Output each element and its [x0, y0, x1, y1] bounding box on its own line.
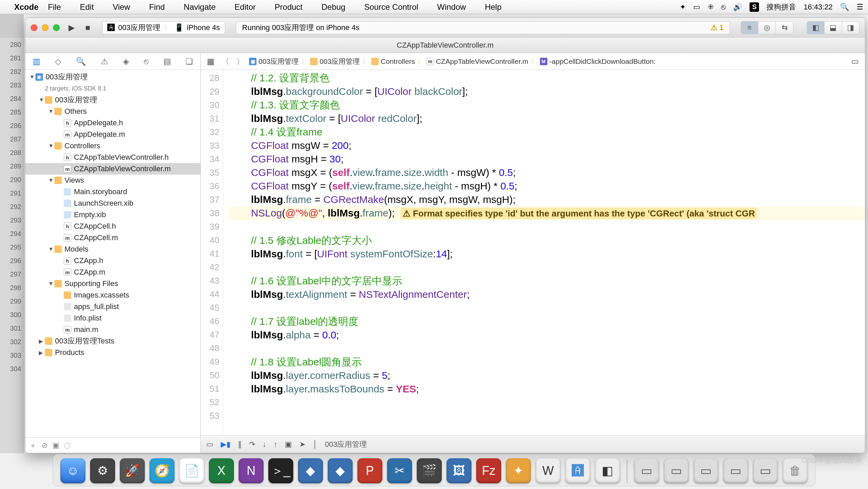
step-over-button[interactable]: ↷	[249, 440, 255, 449]
tree-row[interactable]: ▼Supporting Files	[25, 278, 200, 289]
tree-row[interactable]: Main.storyboard	[25, 186, 200, 198]
tree-row[interactable]: mCZApp.m	[25, 266, 200, 278]
window-zoom-button[interactable]	[53, 24, 60, 31]
back-button[interactable]: 〈	[219, 56, 232, 67]
project-nav-tab[interactable]: ▥	[30, 55, 43, 68]
app-icon[interactable]: ✂	[387, 458, 412, 483]
app-icon[interactable]: ◆	[328, 458, 353, 483]
safari-icon[interactable]: 🧭	[150, 458, 174, 483]
tree-row[interactable]: mmain.m	[25, 324, 200, 335]
issue-nav-tab[interactable]: ⚠	[98, 55, 111, 68]
find-nav-tab[interactable]: 🔍	[73, 55, 89, 68]
code-content[interactable]: // 1.2. 设置背景色 lblMsg.backgroundColor = […	[223, 70, 865, 423]
version-editor-button[interactable]: ⇆	[776, 21, 793, 34]
menu-item[interactable]: Product	[275, 2, 303, 12]
tree-row[interactable]: Images.xcassets	[25, 289, 200, 301]
filezilla-icon[interactable]: Fz	[476, 458, 501, 483]
step-into-button[interactable]: ↓	[263, 440, 266, 449]
menu-extra-icon[interactable]: ⎋	[721, 3, 726, 11]
tree-row[interactable]: ▼Others	[25, 106, 200, 117]
tree-row[interactable]: ▼Models	[25, 243, 200, 255]
dock-stack[interactable]: ▭	[753, 458, 778, 483]
location-icon[interactable]: ➤	[299, 440, 305, 449]
dock-stack[interactable]: ▭	[723, 458, 748, 483]
app-icon[interactable]: P	[357, 458, 382, 483]
run-button[interactable]: ▶	[67, 23, 76, 32]
menu-item[interactable]: Window	[437, 2, 466, 12]
tree-row[interactable]: mCZAppTableViewController.m	[25, 163, 200, 175]
debug-nav-tab[interactable]: ⎋	[141, 55, 151, 68]
tree-row[interactable]: hCZAppCell.h	[25, 221, 200, 232]
system-preferences-icon[interactable]: ⚙	[90, 458, 115, 483]
symbol-nav-tab[interactable]: ◇	[52, 55, 64, 68]
window-close-button[interactable]	[31, 24, 37, 31]
tree-row[interactable]: ▼003应用管理	[25, 94, 200, 106]
step-out-button[interactable]: ↑	[274, 440, 277, 449]
tree-row[interactable]: ▼Controllers	[25, 140, 200, 152]
menu-item[interactable]: Debug	[322, 2, 346, 12]
tree-row[interactable]: ▼▣003应用管理	[25, 71, 200, 83]
menu-item[interactable]: Find	[149, 2, 165, 12]
menu-extra-icon[interactable]: ⁜	[708, 3, 714, 11]
toggle-utilities-button[interactable]: ◨	[842, 21, 860, 34]
continue-button[interactable]: ▶▮	[221, 440, 230, 449]
app-icon[interactable]: ◧	[595, 458, 620, 483]
app-icon[interactable]: W	[536, 458, 561, 483]
tree-row[interactable]: apps_full.plist	[25, 301, 200, 312]
tree-row[interactable]: mCZAppCell.m	[25, 232, 200, 243]
menu-item[interactable]: Navigate	[184, 2, 216, 12]
textedit-icon[interactable]: 📄	[179, 458, 204, 483]
launchpad-icon[interactable]: 🚀	[120, 458, 145, 483]
report-nav-tab[interactable]: ❏	[183, 55, 196, 68]
scheme-selector[interactable]: 🅰 003应用管理 〉 📱 iPhone 4s	[102, 21, 225, 34]
menubar-clock[interactable]: 16:43:22	[804, 3, 833, 11]
menu-item[interactable]: Editor	[235, 2, 256, 12]
finder-icon[interactable]: ☺	[60, 458, 85, 483]
breakpoint-nav-tab[interactable]: ▤	[161, 55, 174, 68]
standard-editor-button[interactable]: ≡	[741, 21, 758, 34]
menu-item[interactable]: Edit	[80, 2, 94, 12]
menu-item[interactable]: Help	[485, 2, 501, 12]
stop-button[interactable]: ■	[83, 23, 92, 32]
onenote-icon[interactable]: N	[239, 458, 264, 483]
terminal-icon[interactable]: ＞_	[268, 458, 293, 483]
tree-row[interactable]: Info.plist	[25, 312, 200, 324]
dock-stack[interactable]: ▭	[664, 458, 689, 483]
screen-mirror-icon[interactable]: ▭	[693, 3, 700, 11]
tree-row[interactable]: ▶003应用管理Tests	[25, 335, 200, 347]
toggle-navigator-button[interactable]: ◧	[807, 21, 824, 34]
dock-stack[interactable]: ▭	[694, 458, 718, 483]
xcode-icon[interactable]: 🅰	[565, 458, 590, 483]
notification-center-icon[interactable]: ☰	[857, 3, 863, 11]
app-menu[interactable]: Xcode	[14, 2, 38, 12]
counterparts-icon[interactable]: ▭	[849, 57, 861, 66]
excel-icon[interactable]: X	[209, 458, 234, 483]
jump-bar[interactable]: ▦ 〈 〉 ▣003应用管理〉 003应用管理〉 Controllers〉 mC…	[201, 53, 865, 70]
view-debug-icon[interactable]: ▣	[285, 440, 292, 449]
menu-item[interactable]: View	[113, 2, 130, 12]
tree-row[interactable]: hAppDelegate.h	[25, 117, 200, 129]
tree-row[interactable]: hCZApp.h	[25, 255, 200, 266]
toggle-debug-button[interactable]: ⬓	[824, 21, 842, 34]
tree-row[interactable]: mAppDelegate.m	[25, 129, 200, 140]
pause-button[interactable]: ∥	[238, 440, 242, 449]
menu-extra-icon[interactable]: ✦	[680, 3, 686, 11]
toggle-debug-area-icon[interactable]: ▭	[206, 440, 213, 449]
filter-recent-icon[interactable]: ⊘	[42, 441, 48, 450]
app-icon[interactable]: ◆	[298, 458, 323, 483]
filter-icon[interactable]: ◌	[64, 441, 71, 450]
test-nav-tab[interactable]: ◈	[120, 55, 132, 68]
tree-row[interactable]: hCZAppTableViewController.h	[25, 152, 200, 163]
volume-icon[interactable]: 🔊	[733, 3, 742, 11]
debug-process-name[interactable]: 003应用管理	[325, 439, 367, 449]
tree-row[interactable]: ▶Products	[25, 347, 200, 358]
spotlight-icon[interactable]: 🔍	[840, 3, 849, 11]
app-icon[interactable]: 🖼	[446, 458, 471, 483]
forward-button[interactable]: 〉	[234, 56, 246, 67]
tree-row[interactable]: Empty.xib	[25, 209, 200, 221]
menu-item[interactable]: File	[48, 2, 61, 12]
ime-icon[interactable]: S	[750, 2, 759, 12]
menu-item[interactable]: Source Control	[364, 2, 418, 12]
dock-stack[interactable]: ▭	[634, 458, 659, 483]
issues-indicator[interactable]: ⚠ 1	[711, 23, 724, 32]
